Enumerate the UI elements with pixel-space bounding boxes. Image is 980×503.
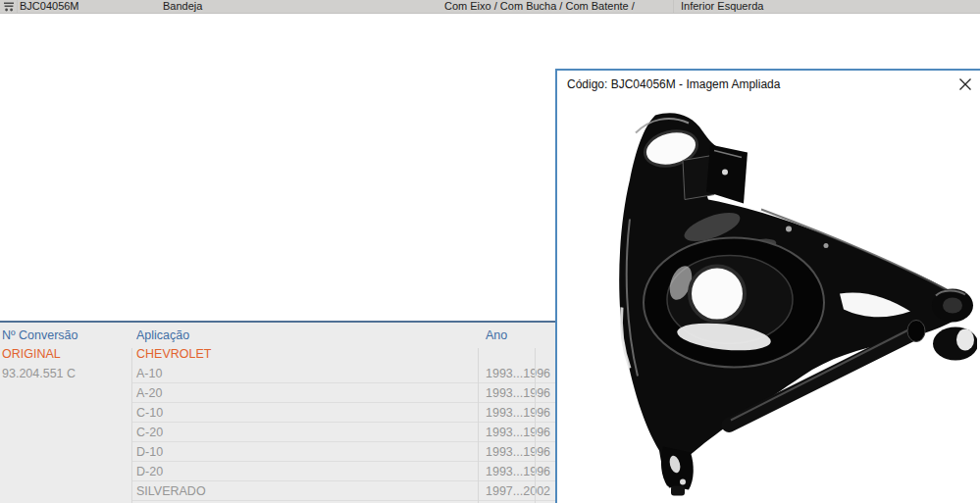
cell-application: A-10 [136,364,162,383]
column-header-year: Ano [486,323,507,346]
column-divider [131,348,132,503]
brand-application: CHEVROLET [136,346,211,364]
column-divider [535,348,536,503]
cart-icon[interactable] [3,1,15,12]
cell-conversion: 93.204.551 C [2,364,76,383]
cell-year: 1993...1996 [486,403,550,423]
cell-application: C-20 [136,423,163,442]
column-header-conversion: Nº Conversão [2,323,78,346]
image-modal: Código: BJC04056M - Imagem Ampliada [555,69,980,503]
column-divider [478,348,479,503]
cell-year: 1993...1996 [486,423,550,442]
cell-year: 1997...2002 [486,481,550,501]
parts-catalog-screen: BJC04056M Bandeja Com Eixo / Com Bucha /… [0,0,980,503]
part-type: Bandeja [163,0,202,13]
selected-part-row[interactable]: BJC04056M Bandeja Com Eixo / Com Bucha /… [0,0,980,14]
part-code: BJC04056M [20,0,79,13]
brand-conversion: ORIGINAL [2,346,61,364]
cell-application: SILVERADO [136,481,206,501]
cell-application: D-20 [136,462,163,481]
part-features: Com Eixo / Com Bucha / Com Batente / [444,0,635,13]
cell-year: 1993...1996 [486,364,550,383]
cell-year: 1993...1996 [486,442,550,462]
close-x-icon[interactable] [958,77,972,91]
cell-application: C-10 [136,403,163,423]
cell-application: D-10 [136,442,163,462]
column-header-application: Aplicação [136,323,189,346]
cell-year: 1993...1996 [486,383,550,403]
cell-application: A-20 [136,383,162,403]
topbar-divider [673,0,674,13]
topbar-divider [17,0,18,13]
modal-title: Código: BJC04056M - Imagem Ampliada [567,77,780,91]
part-side: Inferior Esquerda [681,0,763,13]
cell-year: 1993...1996 [486,462,550,481]
control-arm-photo [565,100,977,500]
